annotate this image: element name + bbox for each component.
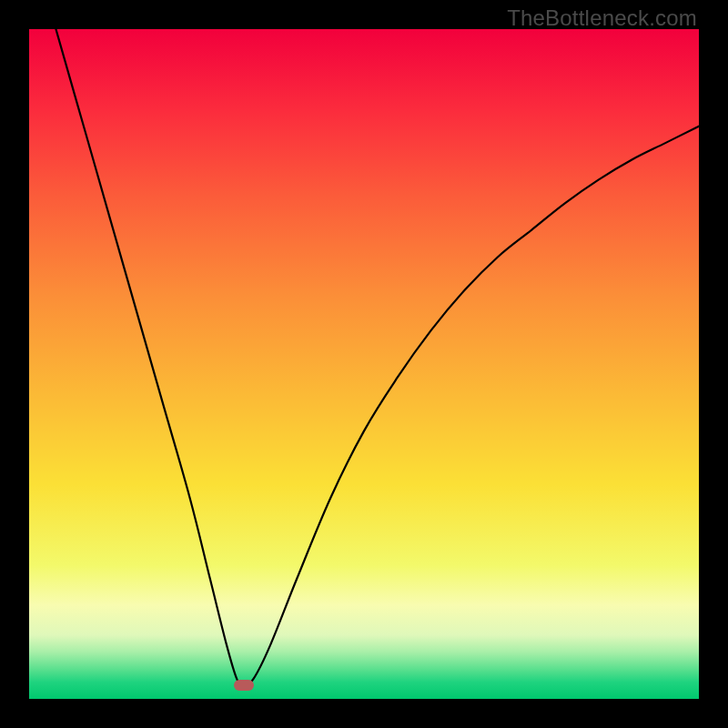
chart-frame bbox=[27, 27, 701, 701]
bottleneck-curve bbox=[29, 29, 699, 699]
min-marker bbox=[234, 680, 254, 691]
plot-area bbox=[29, 29, 699, 699]
curve-path bbox=[56, 29, 699, 685]
watermark-text: TheBottleneck.com bbox=[507, 5, 697, 31]
